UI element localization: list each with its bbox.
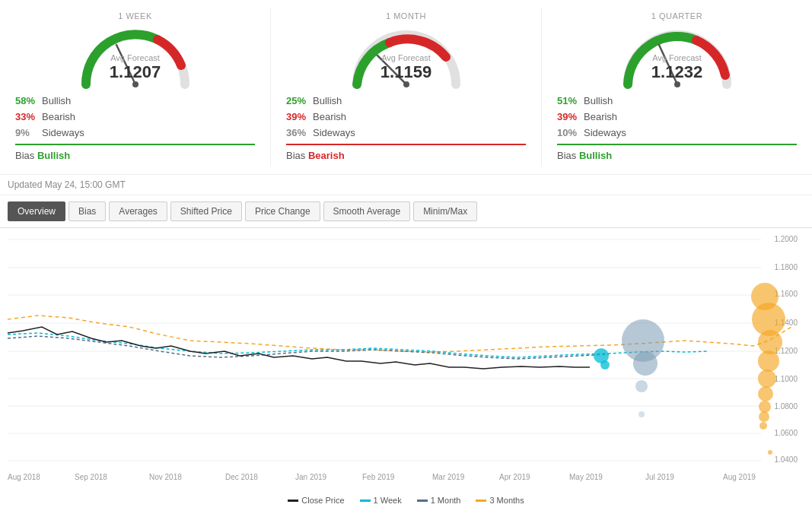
x-label-nov2018: Nov 2018 <box>149 473 182 481</box>
quarter-divider <box>557 144 797 145</box>
week-bullish-row: 58% Bullish <box>15 93 255 109</box>
quarter-gauge: Avg Forecast 1.1232 <box>616 24 738 88</box>
svg-point-34 <box>758 370 776 388</box>
svg-point-38 <box>759 422 767 430</box>
legend-close-price: Close Price <box>288 496 344 505</box>
month-divider <box>286 144 526 145</box>
legend-3months-dot <box>476 500 486 502</box>
month-bullish-row: 25% Bullish <box>286 93 526 109</box>
svg-text:1.1800: 1.1800 <box>774 263 798 271</box>
tabs-bar: Overview Bias Averages Shifted Price Pri… <box>0 195 812 228</box>
quarter-stats: 51% Bullish 39% Bearish 10% Sideways Bia… <box>549 93 804 163</box>
svg-text:1.1000: 1.1000 <box>774 375 798 383</box>
x-label-dec2018: Dec 2018 <box>225 473 258 481</box>
x-label-may2019: May 2019 <box>569 473 603 481</box>
svg-point-3 <box>403 81 409 87</box>
legend-1month: 1 Month <box>417 496 461 505</box>
svg-text:1.0600: 1.0600 <box>774 429 798 437</box>
svg-point-36 <box>759 401 771 413</box>
svg-point-29 <box>638 411 645 417</box>
month-gauge-label: Avg Forecast 1.1159 <box>381 53 431 82</box>
quarter-bearish-row: 39% Bearish <box>557 109 797 125</box>
legend-1week-dot <box>360 500 371 502</box>
quarter-bullish-row: 51% Bullish <box>557 93 797 109</box>
top-forecast-section: 1 WEEK Avg Forecast 1.1207 58% Bullis <box>0 0 812 175</box>
x-label-apr2019: Apr 2019 <box>499 473 530 481</box>
quarter-gauge-label: Avg Forecast 1.1232 <box>651 53 702 82</box>
legend-1week: 1 Week <box>360 496 402 505</box>
chart-area: 1.2000 1.1800 1.1600 1.1400 1.1200 1.100… <box>0 228 812 471</box>
month-gauge: Avg Forecast 1.1159 <box>345 24 467 88</box>
tab-shifted-price[interactable]: Shifted Price <box>170 201 242 221</box>
svg-text:1.0800: 1.0800 <box>774 402 798 411</box>
svg-text:1.2000: 1.2000 <box>774 235 798 243</box>
x-label-aug2019: Aug 2019 <box>723 473 756 481</box>
week-divider <box>15 144 255 145</box>
tab-overview[interactable]: Overview <box>8 201 65 221</box>
legend-close-price-dot <box>288 500 298 502</box>
svg-point-28 <box>635 380 648 392</box>
month-bias: Bias Bearish <box>286 148 526 163</box>
svg-text:1.0400: 1.0400 <box>774 455 798 464</box>
month-stats: 25% Bullish 39% Bearish 36% Sideways Bia… <box>279 93 533 163</box>
svg-point-1 <box>132 81 139 87</box>
x-label-jan2019: Jan 2019 <box>295 473 326 481</box>
svg-point-33 <box>758 350 779 372</box>
month-title: 1 MONTH <box>386 11 426 21</box>
x-label-jul2019: Jul 2019 <box>645 473 674 481</box>
svg-point-35 <box>758 386 773 401</box>
tab-bias[interactable]: Bias <box>68 201 106 221</box>
svg-point-37 <box>759 411 769 422</box>
tab-price-change[interactable]: Price Change <box>245 201 320 221</box>
week-title: 1 WEEK <box>118 11 152 21</box>
svg-point-39 <box>768 450 772 455</box>
tab-smooth-average[interactable]: Smooth Average <box>323 201 411 221</box>
tab-averages[interactable]: Averages <box>109 201 167 221</box>
chart-legend: Close Price 1 Week 1 Month 3 Months <box>0 491 812 509</box>
svg-point-25 <box>600 360 610 370</box>
x-axis-labels: Aug 2018 Sep 2018 Nov 2018 Dec 2018 Jan … <box>0 471 791 474</box>
month-panel: 1 MONTH Avg Forecast 1.1159 25% Bullish <box>271 8 542 167</box>
x-label-feb2019: Feb 2019 <box>362 473 394 481</box>
chart-svg: 1.2000 1.1800 1.1600 1.1400 1.1200 1.100… <box>0 228 812 471</box>
week-sideways-row: 9% Sideways <box>15 125 255 141</box>
legend-3months: 3 Months <box>476 496 524 505</box>
week-bearish-row: 33% Bearish <box>15 109 255 125</box>
week-gauge-label: Avg Forecast 1.1207 <box>110 53 161 82</box>
month-sideways-row: 36% Sideways <box>286 125 526 141</box>
legend-1month-dot <box>417 500 428 502</box>
tab-minim-max[interactable]: Minim/Max <box>413 201 477 221</box>
month-bearish-row: 39% Bearish <box>286 109 526 125</box>
quarter-title: 1 QUARTER <box>651 11 702 21</box>
week-bias: Bias Bullish <box>15 148 255 163</box>
quarter-bias: Bias Bullish <box>557 148 797 163</box>
week-stats: 58% Bullish 33% Bearish 9% Sideways Bias… <box>8 93 263 163</box>
updated-bar: Updated May 24, 15:00 GMT <box>0 175 812 195</box>
svg-point-5 <box>674 81 680 87</box>
quarter-panel: 1 QUARTER Avg Forecast 1.1232 51% Bullis… <box>542 8 812 167</box>
week-panel: 1 WEEK Avg Forecast 1.1207 58% Bullis <box>0 8 271 167</box>
x-label-mar2019: Mar 2019 <box>432 473 464 481</box>
week-gauge: Avg Forecast 1.1207 <box>75 24 196 88</box>
quarter-sideways-row: 10% Sideways <box>557 125 797 141</box>
x-label-sep2018: Sep 2018 <box>75 473 107 481</box>
svg-point-27 <box>633 351 658 376</box>
x-label-aug2018: Aug 2018 <box>8 473 40 481</box>
